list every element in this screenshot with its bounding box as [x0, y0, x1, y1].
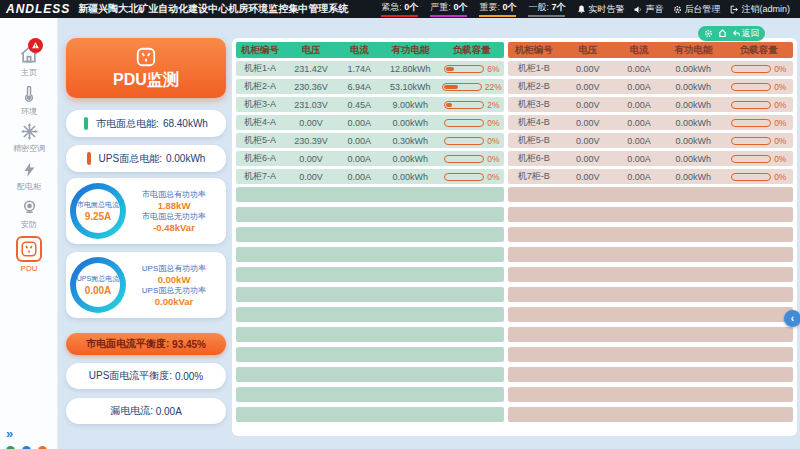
- mains-current-gauge-ring: 市电面总电流 9.25A: [70, 183, 126, 239]
- collapse-panel-button[interactable]: ‹: [784, 310, 800, 327]
- energy-value: 0.00kWh: [662, 100, 725, 110]
- table-row[interactable]: 机柜5-A230.39V0.00A0.30kWh0%: [236, 133, 504, 148]
- energy-value: 0.30kWh: [381, 136, 440, 146]
- column-header: 有功电能: [381, 44, 440, 57]
- voltage-value: 0.00V: [284, 118, 338, 128]
- energy-value: 0.00kWh: [381, 172, 440, 182]
- alarm-stat-important: 重要: 0个: [479, 1, 516, 17]
- rack-name: 机柜2-B: [508, 80, 559, 93]
- rack-name: 机柜3-A: [236, 98, 284, 111]
- load-percent: 0%: [487, 136, 499, 146]
- table-row[interactable]: 机柜6-B0.00V0.00A0.00kWh0%: [508, 151, 793, 166]
- load-bar-fill: [446, 103, 452, 107]
- sidebar-item-precision-ac[interactable]: 精密空调: [0, 122, 58, 154]
- ups-current-gauge-card: UPS面总电流 0.00A UPS面总有功功率 0.00kW UPS面总无功功率…: [66, 252, 226, 318]
- alarm-badge[interactable]: [28, 38, 43, 53]
- load-percent: 0%: [487, 172, 499, 182]
- empty-row: [508, 227, 793, 242]
- voltage-value: 0.00V: [284, 172, 338, 182]
- column-header: 机柜编号: [236, 44, 284, 57]
- table-header: 机柜编号电压电流有功电能负载容量: [236, 42, 504, 58]
- warning-triangle-icon: [31, 41, 40, 50]
- rack-name: 机柜2-A: [236, 80, 284, 93]
- empty-row: [508, 347, 793, 362]
- table-row[interactable]: 机柜3-B0.00V0.00A0.00kWh0%: [508, 97, 793, 112]
- back-button[interactable]: 返回: [732, 28, 759, 40]
- load-percent: 0%: [774, 82, 786, 92]
- empty-row: [236, 387, 504, 402]
- mains-current-gauge-card: 市电面总电流 9.25A 市电面总有功功率 1.88kW 市电面总无功功率 -0…: [66, 178, 226, 244]
- energy-value: 0.00kWh: [662, 82, 725, 92]
- empty-row: [236, 287, 504, 302]
- table-row[interactable]: 机柜2-B0.00V0.00A0.00kWh0%: [508, 79, 793, 94]
- snowflake-icon: [20, 122, 39, 141]
- load-bar: [444, 101, 484, 109]
- current-value: 0.00A: [616, 172, 662, 182]
- load-bar: [444, 137, 484, 145]
- empty-row: [508, 367, 793, 382]
- rack-name: 机柜1-B: [508, 62, 559, 75]
- load-capacity-cell: 22%: [440, 82, 504, 92]
- energy-value: 53.10kWh: [381, 82, 440, 92]
- voltage-value: 0.00V: [559, 100, 616, 110]
- mains-total-current-value: 9.25A: [85, 211, 112, 222]
- mains-active-power-value: 1.88kW: [158, 200, 191, 211]
- load-bar: [444, 173, 484, 181]
- brand-logo: ANDLESS: [6, 2, 70, 16]
- voltage-value: 230.39V: [284, 136, 338, 146]
- table-row[interactable]: 机柜1-B0.00V0.00A0.00kWh0%: [508, 61, 793, 76]
- rack-name: 机柜3-B: [508, 98, 559, 111]
- current-value: 0.00A: [338, 118, 381, 128]
- sound-button[interactable]: 声音: [634, 3, 663, 16]
- rack-table-a: 机柜编号电压电流有功电能负载容量机柜1-A231.42V1.74A12.80kW…: [236, 42, 504, 427]
- table-row[interactable]: 机柜5-B0.00V0.00A0.00kWh0%: [508, 133, 793, 148]
- table-row[interactable]: 机柜4-B0.00V0.00A0.00kWh0%: [508, 115, 793, 130]
- table-row[interactable]: 机柜3-A231.03V0.45A9.00kWh2%: [236, 97, 504, 112]
- admin-button[interactable]: 后台管理: [673, 3, 720, 16]
- load-capacity-cell: 0%: [725, 100, 793, 110]
- current-value: 0.00A: [338, 154, 381, 164]
- pdu-monitor-button[interactable]: PDU监测: [66, 38, 226, 98]
- realtime-alarm-button[interactable]: 实时告警: [577, 3, 624, 16]
- rack-name: 机柜6-B: [508, 152, 559, 165]
- sidebar-item-security[interactable]: 安防: [0, 198, 58, 230]
- energy-value: 12.80kWh: [381, 64, 440, 74]
- home-icon[interactable]: [718, 29, 727, 38]
- table-row[interactable]: 机柜4-A0.00V0.00A0.00kWh0%: [236, 115, 504, 130]
- lightning-icon: [21, 160, 38, 179]
- table-row[interactable]: 机柜6-A0.00V0.00A0.00kWh0%: [236, 151, 504, 166]
- rack-table-b: 机柜编号电压电流有功电能负载容量机柜1-B0.00V0.00A0.00kWh0%…: [508, 42, 793, 427]
- rack-name: 机柜6-A: [236, 152, 284, 165]
- camera-icon: [20, 198, 39, 217]
- empty-row: [236, 327, 504, 342]
- table-row[interactable]: 机7柜-B0.00V0.00A0.00kWh0%: [508, 169, 793, 184]
- empty-row: [236, 307, 504, 322]
- empty-row: [508, 407, 793, 422]
- table-row[interactable]: 机柜7-A0.00V0.00A0.00kWh0%: [236, 169, 504, 184]
- load-percent: 22%: [485, 82, 502, 92]
- current-value: 0.00A: [338, 172, 381, 182]
- voltage-value: 230.36V: [284, 82, 338, 92]
- leakage-current-value: 0.00A: [156, 406, 182, 417]
- rack-name: 机柜1-A: [236, 62, 284, 75]
- gear-icon[interactable]: [704, 29, 713, 38]
- column-header: 机柜编号: [508, 44, 559, 57]
- sidebar-item-environment[interactable]: 环境: [0, 84, 58, 117]
- expand-panel-chevrons[interactable]: »: [6, 426, 11, 441]
- current-value: 6.94A: [338, 82, 381, 92]
- rack-name: 机柜4-B: [508, 116, 559, 129]
- pdu-socket-icon: [135, 46, 157, 68]
- load-bar: [731, 119, 771, 127]
- voltage-value: 0.00V: [559, 154, 616, 164]
- logout-button[interactable]: 注销(admin): [730, 3, 790, 16]
- load-bar-fill: [446, 67, 453, 71]
- table-row[interactable]: 机柜1-A231.42V1.74A12.80kWh6%: [236, 61, 504, 76]
- table-header: 机柜编号电压电流有功电能负载容量: [508, 42, 793, 58]
- load-bar: [444, 119, 484, 127]
- sidebar-item-power-cabinet[interactable]: 配电柜: [0, 160, 58, 192]
- table-row[interactable]: 机柜2-A230.36V6.94A53.10kWh22%: [236, 79, 504, 94]
- sidebar-item-pdu[interactable]: PDU: [0, 236, 58, 273]
- load-percent: 0%: [774, 136, 786, 146]
- chevron-left-icon: ‹: [791, 313, 794, 324]
- empty-row: [508, 387, 793, 402]
